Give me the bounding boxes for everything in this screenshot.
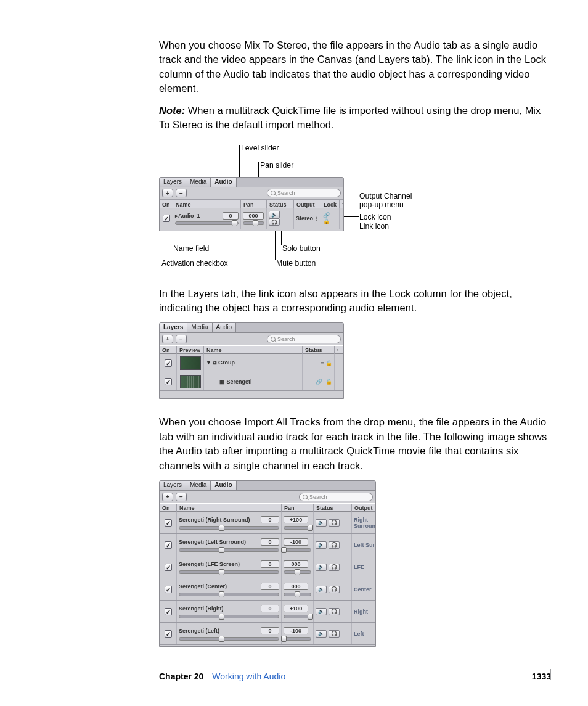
output-cell[interactable]: LFE⋮ <box>352 556 376 578</box>
col-overflow[interactable]: › <box>335 346 343 355</box>
col-output[interactable]: Output <box>294 200 321 209</box>
activation-checkbox[interactable]: ✓ <box>160 578 177 600</box>
mute-button[interactable]: 🔈 <box>269 211 280 218</box>
col-pan[interactable]: Pan <box>282 504 314 512</box>
output-cell[interactable]: Left Surround⋮ <box>352 534 376 556</box>
col-pan[interactable]: Pan <box>241 200 267 209</box>
level-slider[interactable] <box>179 526 279 530</box>
level-value[interactable]: 0 <box>261 627 279 634</box>
pan-value[interactable]: -100 <box>284 627 308 634</box>
pan-slider[interactable] <box>243 221 264 225</box>
add-button[interactable]: + <box>162 335 173 343</box>
level-slider[interactable] <box>179 637 279 641</box>
activation-checkbox[interactable]: ✓ <box>160 512 177 533</box>
lock-icon[interactable]: 🔒 <box>325 360 332 366</box>
pan-cell[interactable]: 000 <box>282 556 314 578</box>
activation-checkbox[interactable]: ✓ <box>160 354 177 372</box>
pan-cell[interactable]: +100 <box>282 601 314 622</box>
solo-button[interactable]: 🎧 <box>329 586 340 593</box>
mute-button[interactable]: 🔈 <box>316 630 327 638</box>
solo-button[interactable]: 🎧 <box>329 541 340 549</box>
pan-cell[interactable]: -100 <box>282 623 314 644</box>
level-slider[interactable] <box>179 615 279 618</box>
name-cell[interactable]: Serengeti (LFE Screen)0 <box>177 556 282 578</box>
mute-button[interactable]: 🔈 <box>316 608 327 615</box>
pan-slider[interactable] <box>284 593 311 596</box>
search-input[interactable]: Search <box>267 335 341 343</box>
solo-button[interactable]: 🎧 <box>329 564 340 571</box>
add-button[interactable]: + <box>162 493 173 501</box>
mute-button[interactable]: 🔈 <box>316 586 327 593</box>
pan-slider[interactable] <box>284 570 311 574</box>
lock-cell[interactable]: 🔗 🔒 <box>321 208 340 229</box>
mute-button[interactable]: 🔈 <box>316 564 327 571</box>
col-preview[interactable]: Preview <box>177 346 204 355</box>
pan-value[interactable]: +100 <box>284 605 308 612</box>
col-on[interactable]: On <box>160 504 177 512</box>
name-cell[interactable]: ▦ Serengeti <box>204 372 303 390</box>
mute-button[interactable]: 🔈 <box>316 541 327 549</box>
name-cell[interactable]: ▼ ⧉ Group <box>204 354 303 372</box>
name-cell[interactable]: Serengeti (Left Surround)0 <box>177 534 282 556</box>
tab-audio[interactable]: Audio <box>211 481 236 490</box>
pan-slider[interactable] <box>284 615 311 618</box>
solo-button[interactable]: 🎧 <box>269 218 280 226</box>
overflow[interactable] <box>340 208 344 229</box>
level-value[interactable]: 0 <box>261 583 279 590</box>
tab-media[interactable]: Media <box>186 178 211 187</box>
add-button[interactable]: + <box>162 189 173 197</box>
level-value[interactable]: 0 <box>261 538 279 546</box>
name-cell[interactable]: Serengeti (Left)0 <box>177 623 282 644</box>
tab-audio[interactable]: Audio <box>213 323 237 332</box>
tab-layers[interactable]: Layers <box>160 481 186 490</box>
tab-layers[interactable]: Layers <box>160 178 186 187</box>
col-status[interactable]: Status <box>267 200 294 209</box>
activation-checkbox[interactable]: ✓ <box>160 534 177 556</box>
disclosure-icon[interactable]: ▼ <box>206 359 211 366</box>
col-on[interactable]: On <box>160 346 177 355</box>
tab-audio[interactable]: Audio <box>211 178 236 187</box>
remove-button[interactable]: − <box>176 335 187 343</box>
col-overflow[interactable]: › <box>340 200 344 209</box>
name-cell[interactable]: ▸Audio_1 0 <box>173 208 241 229</box>
col-name[interactable]: Name <box>173 200 241 209</box>
output-cell[interactable]: Center⋮ <box>352 578 376 600</box>
level-slider[interactable] <box>179 548 279 552</box>
remove-button[interactable]: − <box>176 493 187 501</box>
name-cell[interactable]: Serengeti (Right)0 <box>177 601 282 622</box>
col-lock[interactable]: Lock <box>321 200 340 209</box>
pan-value[interactable]: -100 <box>284 538 308 546</box>
pan-slider[interactable] <box>284 526 311 530</box>
pan-cell[interactable]: +100 <box>282 512 314 533</box>
overflow[interactable] <box>335 354 343 372</box>
level-slider[interactable] <box>179 570 279 574</box>
level-value[interactable]: 0 <box>261 605 279 612</box>
level-value[interactable]: 0 <box>223 212 239 220</box>
pan-value[interactable]: +100 <box>284 516 308 523</box>
lock-icon[interactable]: 🔒 <box>325 379 332 385</box>
solo-button[interactable]: 🎧 <box>329 519 340 527</box>
pan-slider[interactable] <box>284 637 311 641</box>
output-cell[interactable]: Right Surround⋮ <box>352 512 376 533</box>
remove-button[interactable]: − <box>176 189 187 197</box>
activation-checkbox[interactable]: ✓ <box>160 556 177 578</box>
output-cell[interactable]: Stereo ⋮ <box>294 208 321 229</box>
col-name[interactable]: Name <box>177 504 282 512</box>
col-output[interactable]: Output <box>352 504 376 512</box>
level-value[interactable]: 0 <box>261 560 279 568</box>
level-value[interactable]: 0 <box>261 516 279 523</box>
mute-button[interactable]: 🔈 <box>316 519 327 527</box>
solo-button[interactable]: 🎧 <box>329 608 340 615</box>
activation-checkbox[interactable]: ✓ <box>160 372 177 390</box>
col-on[interactable]: On <box>160 200 173 209</box>
name-cell[interactable]: Serengeti (Center)0 <box>177 578 282 600</box>
tab-layers[interactable]: Layers <box>160 323 187 332</box>
pan-cell[interactable]: 000 <box>282 578 314 600</box>
level-slider[interactable] <box>175 221 239 225</box>
col-status[interactable]: Status <box>303 346 335 355</box>
output-cell[interactable]: Left⋮ <box>352 623 376 644</box>
pan-value[interactable]: 000 <box>284 583 308 590</box>
activation-checkbox[interactable]: ✓ <box>160 208 173 229</box>
tab-media[interactable]: Media <box>187 323 212 332</box>
solo-button[interactable]: 🎧 <box>329 630 340 638</box>
